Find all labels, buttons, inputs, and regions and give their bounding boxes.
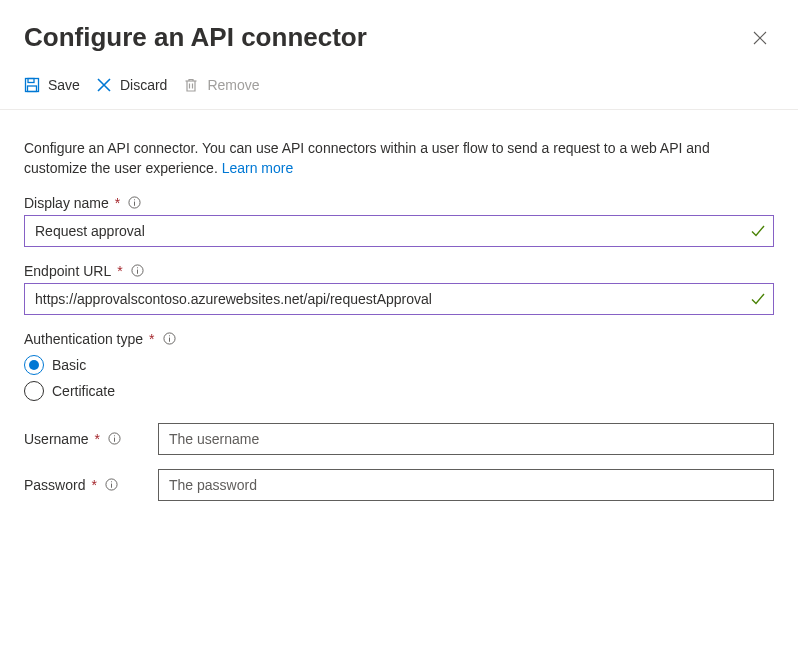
username-input[interactable] bbox=[158, 423, 774, 455]
auth-type-field: Authentication type * Basic Certificate bbox=[24, 331, 774, 401]
check-icon bbox=[750, 223, 766, 239]
learn-more-link[interactable]: Learn more bbox=[222, 160, 294, 176]
svg-point-12 bbox=[111, 481, 112, 482]
display-name-input[interactable] bbox=[24, 215, 774, 247]
svg-rect-2 bbox=[28, 86, 37, 92]
display-name-label: Display name * bbox=[24, 195, 774, 211]
svg-point-8 bbox=[168, 335, 169, 336]
info-icon[interactable] bbox=[108, 432, 121, 445]
info-icon[interactable] bbox=[163, 332, 176, 345]
credential-fields: Username * Password * bbox=[24, 423, 774, 501]
description-text: Configure an API connector. You can use … bbox=[24, 110, 774, 179]
required-asterisk: * bbox=[95, 431, 100, 447]
password-field: Password * bbox=[24, 469, 774, 501]
save-icon bbox=[24, 77, 40, 93]
save-button[interactable]: Save bbox=[24, 77, 80, 93]
info-icon[interactable] bbox=[128, 196, 141, 209]
command-bar: Save Discard Remove bbox=[0, 59, 798, 110]
username-label: Username * bbox=[24, 431, 146, 447]
password-label: Password * bbox=[24, 477, 146, 493]
trash-icon bbox=[183, 77, 199, 93]
required-asterisk: * bbox=[117, 263, 122, 279]
info-icon[interactable] bbox=[131, 264, 144, 277]
auth-type-basic-radio[interactable]: Basic bbox=[24, 355, 774, 375]
save-label: Save bbox=[48, 77, 80, 93]
discard-button[interactable]: Discard bbox=[96, 77, 167, 93]
close-button[interactable] bbox=[746, 24, 774, 52]
svg-rect-1 bbox=[28, 79, 34, 83]
remove-label: Remove bbox=[207, 77, 259, 93]
radio-label-basic: Basic bbox=[52, 357, 86, 373]
required-asterisk: * bbox=[91, 477, 96, 493]
info-icon[interactable] bbox=[105, 478, 118, 491]
radio-label-certificate: Certificate bbox=[52, 383, 115, 399]
description-body: Configure an API connector. You can use … bbox=[24, 140, 710, 176]
radio-icon bbox=[24, 381, 44, 401]
svg-point-6 bbox=[137, 267, 138, 268]
password-input[interactable] bbox=[158, 469, 774, 501]
pane-header: Configure an API connector bbox=[0, 0, 798, 59]
username-field: Username * bbox=[24, 423, 774, 455]
auth-type-radio-group: Basic Certificate bbox=[24, 355, 774, 401]
auth-type-label: Authentication type * bbox=[24, 331, 774, 347]
discard-icon bbox=[96, 77, 112, 93]
form-body: Configure an API connector. You can use … bbox=[0, 110, 798, 539]
radio-icon bbox=[24, 355, 44, 375]
endpoint-url-field: Endpoint URL * bbox=[24, 263, 774, 315]
display-name-field: Display name * bbox=[24, 195, 774, 247]
close-icon bbox=[752, 30, 768, 46]
auth-type-certificate-radio[interactable]: Certificate bbox=[24, 381, 774, 401]
endpoint-url-input[interactable] bbox=[24, 283, 774, 315]
endpoint-url-label: Endpoint URL * bbox=[24, 263, 774, 279]
check-icon bbox=[750, 291, 766, 307]
required-asterisk: * bbox=[115, 195, 120, 211]
remove-button: Remove bbox=[183, 77, 259, 93]
page-title: Configure an API connector bbox=[24, 22, 367, 53]
svg-point-10 bbox=[114, 435, 115, 436]
svg-point-4 bbox=[134, 199, 135, 200]
required-asterisk: * bbox=[149, 331, 154, 347]
discard-label: Discard bbox=[120, 77, 167, 93]
